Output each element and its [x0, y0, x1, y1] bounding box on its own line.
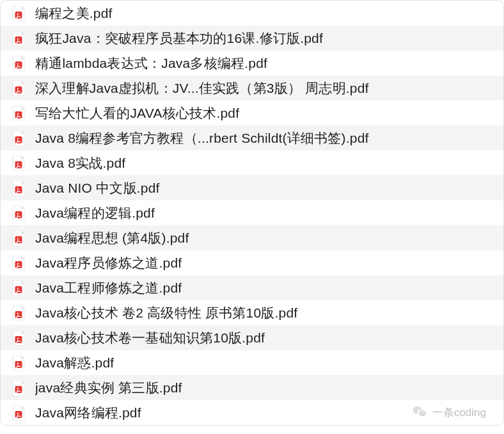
file-name: Java NIO 中文版.pdf	[35, 179, 160, 197]
file-name: 编程之美.pdf	[35, 4, 113, 22]
file-row[interactable]: 精通lambda表达式：Java多核编程.pdf	[1, 51, 503, 76]
file-name: Java解惑.pdf	[35, 354, 114, 372]
file-name: 写给大忙人看的JAVA核心技术.pdf	[35, 104, 239, 122]
file-name: Java编程思想 (第4版).pdf	[35, 229, 189, 247]
svg-rect-1	[15, 36, 22, 44]
file-name: Java程序员修炼之道.pdf	[35, 254, 182, 272]
file-row[interactable]: 深入理解Java虚拟机：JV...佳实践（第3版） 周志明.pdf	[1, 76, 503, 100]
pdf-icon	[12, 330, 25, 346]
file-name: Java工程师修炼之道.pdf	[35, 279, 182, 297]
file-row[interactable]: Java工程师修炼之道.pdf	[1, 275, 503, 300]
file-row[interactable]: Java 8编程参考官方教程（...rbert Schildt(详细书签).pd…	[1, 125, 503, 150]
svg-rect-7	[15, 186, 22, 193]
pdf-icon	[12, 56, 25, 71]
file-name: Java核心技术 卷2 高级特性 原书第10版.pdf	[35, 304, 297, 322]
svg-rect-8	[15, 211, 22, 218]
pdf-icon	[12, 205, 25, 221]
pdf-icon	[12, 31, 25, 46]
svg-rect-10	[15, 261, 22, 268]
file-name: Java核心技术卷一基础知识第10版.pdf	[35, 329, 265, 347]
svg-rect-2	[15, 61, 22, 68]
file-name: Java编程的逻辑.pdf	[35, 204, 155, 222]
file-row[interactable]: Java 8实战.pdf	[1, 150, 503, 175]
pdf-icon	[12, 405, 25, 421]
file-row[interactable]: Java网络编程.pdf	[1, 400, 503, 425]
svg-rect-11	[15, 286, 22, 293]
pdf-icon	[12, 255, 25, 271]
svg-rect-9	[15, 236, 22, 243]
svg-rect-15	[15, 386, 22, 393]
file-name: java经典实例 第三版.pdf	[35, 379, 182, 397]
svg-rect-14	[15, 361, 22, 368]
file-row[interactable]: Java编程的逻辑.pdf	[1, 200, 503, 225]
file-name: Java网络编程.pdf	[35, 404, 141, 422]
pdf-icon	[12, 131, 25, 146]
file-row[interactable]: Java核心技术 卷2 高级特性 原书第10版.pdf	[1, 300, 503, 325]
file-name: 深入理解Java虚拟机：JV...佳实践（第3版） 周志明.pdf	[35, 79, 369, 97]
pdf-icon	[12, 81, 25, 96]
pdf-icon	[12, 355, 25, 371]
pdf-icon	[12, 380, 25, 396]
pdf-icon	[12, 106, 25, 121]
file-name: 疯狂Java：突破程序员基本功的16课.修订版.pdf	[35, 29, 323, 47]
svg-rect-0	[15, 12, 22, 19]
file-row[interactable]: Java解惑.pdf	[1, 350, 503, 375]
file-name: Java 8编程参考官方教程（...rbert Schildt(详细书签).pd…	[35, 129, 369, 147]
svg-rect-4	[15, 111, 22, 118]
file-row[interactable]: java经典实例 第三版.pdf	[1, 375, 503, 400]
pdf-icon	[12, 305, 25, 321]
pdf-icon	[12, 6, 25, 21]
svg-rect-12	[15, 311, 22, 318]
file-row[interactable]: Java核心技术卷一基础知识第10版.pdf	[1, 325, 503, 350]
file-row[interactable]: Java NIO 中文版.pdf	[1, 175, 503, 200]
file-name: 精通lambda表达式：Java多核编程.pdf	[35, 54, 267, 72]
file-row[interactable]: 编程之美.pdf	[1, 1, 503, 26]
file-row[interactable]: Java编程思想 (第4版).pdf	[1, 225, 503, 250]
file-row[interactable]: 写给大忙人看的JAVA核心技术.pdf	[1, 100, 503, 125]
file-row[interactable]: 疯狂Java：突破程序员基本功的16课.修订版.pdf	[1, 26, 503, 51]
pdf-icon	[12, 230, 25, 246]
pdf-icon	[12, 280, 25, 296]
file-name: Java 8实战.pdf	[35, 154, 125, 172]
svg-rect-6	[15, 161, 22, 168]
file-list: 编程之美.pdf 疯狂Java：突破程序员基本功的16课.修订版.pdf 精通l…	[0, 0, 504, 426]
svg-rect-13	[15, 336, 22, 343]
svg-rect-3	[15, 86, 22, 93]
svg-rect-16	[15, 411, 22, 418]
pdf-icon	[12, 156, 25, 171]
svg-rect-5	[15, 136, 22, 143]
file-row[interactable]: Java程序员修炼之道.pdf	[1, 250, 503, 275]
pdf-icon	[12, 181, 25, 196]
